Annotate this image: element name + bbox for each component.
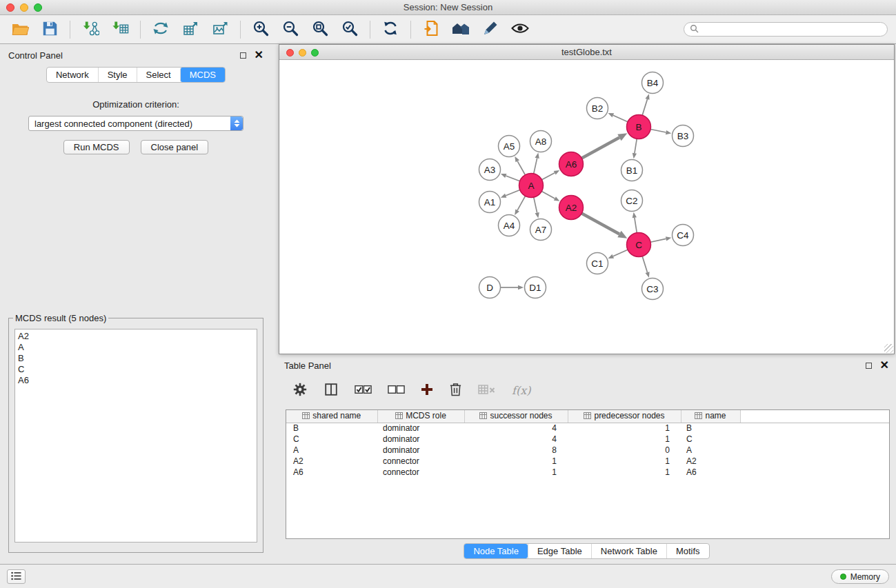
zoom-out-button[interactable] (279, 19, 302, 41)
graph-edge-a-a4[interactable] (517, 196, 525, 210)
export-image-button[interactable] (208, 19, 232, 41)
graph-edge-c-c2[interactable] (635, 218, 637, 233)
import-network-file-button[interactable] (79, 19, 102, 41)
table-tab-edge-table[interactable]: Edge Table (528, 544, 591, 558)
graph-node-b2[interactable]: B2 (587, 98, 608, 119)
network-canvas[interactable]: B4B2BB3A5A8A6B1A3AC2A1A2A4A7C4CC1C3DD1 (279, 60, 894, 354)
table-row[interactable]: Bdominator41B (286, 423, 889, 434)
table-settings-button[interactable] (292, 380, 308, 401)
graph-edge-c-c1[interactable] (613, 250, 628, 256)
graph-node-a4[interactable]: A4 (499, 215, 520, 236)
delete-table-button[interactable] (478, 380, 496, 401)
graph-edge-a-a8[interactable] (534, 158, 537, 173)
graph-node-c3[interactable]: C3 (642, 278, 664, 300)
function-builder-button[interactable]: f(x) (512, 380, 530, 401)
export-network-button[interactable] (149, 19, 172, 41)
table-row[interactable]: A6connector11A6 (286, 467, 889, 478)
apply-style-button[interactable] (479, 19, 502, 41)
graph-edge-a-a5[interactable] (517, 161, 525, 175)
table-tab-motifs[interactable]: Motifs (666, 544, 709, 558)
import-table-file-button[interactable] (108, 19, 132, 41)
graph-node-a5[interactable]: A5 (499, 136, 520, 157)
control-tab-select[interactable]: Select (137, 68, 180, 82)
column-type-icon (584, 412, 591, 421)
show-hide-graphics-button[interactable] (508, 19, 532, 41)
control-tab-network[interactable]: Network (47, 68, 98, 82)
float-table-panel-button[interactable] (866, 363, 872, 369)
graph-edge-a-a3[interactable] (506, 176, 519, 181)
column-header-shared-name[interactable]: shared name (286, 410, 377, 423)
resize-grip[interactable] (884, 344, 893, 353)
zoom-fit-button[interactable] (308, 19, 332, 41)
graph-edge-a-a2[interactable] (541, 191, 555, 199)
graph-edge-a-a7[interactable] (534, 197, 537, 212)
control-tab-mcds[interactable]: MCDS (180, 68, 225, 82)
graph-edge-b-b2[interactable] (613, 115, 628, 122)
graph-edge-a-a6[interactable] (541, 173, 555, 180)
mcds-result-item[interactable]: C (18, 364, 254, 375)
graph-edge-c-c3[interactable] (642, 256, 647, 272)
task-history-button[interactable] (7, 569, 26, 584)
graph-node-c4[interactable]: C4 (673, 225, 694, 246)
table-tab-network-table[interactable]: Network Table (591, 544, 666, 558)
graph-edge-a2-c[interactable] (581, 213, 619, 234)
delete-column-button[interactable] (449, 380, 462, 401)
zoom-selected-button[interactable] (338, 19, 361, 41)
graph-node-b4[interactable]: B4 (642, 72, 664, 94)
column-header-predecessor-nodes[interactable]: predecessor nodes (568, 410, 681, 423)
column-header-successor-nodes[interactable]: successor nodes (464, 410, 568, 423)
graph-edge-b-b4[interactable] (642, 99, 647, 115)
graph-node-d[interactable]: D (479, 277, 501, 298)
graph-edge-b-b1[interactable] (635, 139, 637, 153)
graph-node-b3[interactable]: B3 (673, 125, 694, 147)
graph-node-a1[interactable]: A1 (479, 192, 501, 213)
graph-node-c2[interactable]: C2 (621, 190, 643, 212)
graph-node-a2[interactable]: A2 (559, 196, 584, 220)
float-panel-button[interactable] (240, 52, 246, 59)
mcds-result-item[interactable]: A6 (18, 375, 254, 386)
table-row[interactable]: Adominator80A (286, 445, 889, 456)
show-columns-button[interactable] (323, 380, 339, 401)
graph-node-b1[interactable]: B1 (621, 160, 643, 181)
close-panel-button[interactable]: ✕ (255, 51, 263, 59)
graph-node-a3[interactable]: A3 (479, 159, 501, 181)
export-table-button[interactable] (179, 19, 202, 41)
mcds-result-item[interactable]: B (18, 353, 254, 364)
graph-node-c1[interactable]: C1 (587, 253, 608, 274)
graph-node-c[interactable]: C (627, 233, 651, 257)
control-tab-style[interactable]: Style (98, 68, 137, 82)
create-column-button[interactable] (421, 380, 433, 401)
graph-edge-c-c4[interactable] (650, 239, 666, 242)
graph-edge-a6-b[interactable] (581, 137, 619, 158)
mcds-result-item[interactable]: A2 (18, 331, 254, 342)
graph-edge-a-a1[interactable] (506, 190, 520, 195)
run-mcds-button[interactable]: Run MCDS (63, 140, 130, 154)
open-session-file-button[interactable] (419, 19, 443, 41)
graph-edge-b-b3[interactable] (650, 129, 666, 132)
zoom-in-button[interactable] (249, 19, 272, 41)
apply-layout-button[interactable] (379, 19, 402, 41)
select-all-columns-button[interactable] (355, 380, 372, 401)
table-row[interactable]: Cdominator41C (286, 434, 889, 445)
unselect-all-columns-button[interactable] (388, 380, 405, 401)
network-window-titlebar[interactable]: testGlobe.txt (279, 45, 894, 60)
memory-button[interactable]: Memory (831, 569, 889, 584)
graph-node-b[interactable]: B (627, 115, 651, 139)
column-header-mcds-role[interactable]: MCDS role (377, 410, 464, 423)
network-overview-button[interactable] (449, 19, 472, 41)
close-table-panel-button[interactable]: ✕ (880, 361, 889, 369)
column-header-name[interactable]: name (681, 410, 740, 423)
open-file-button[interactable] (8, 19, 32, 41)
search-input[interactable] (702, 25, 882, 34)
graph-node-a7[interactable]: A7 (530, 219, 552, 241)
close-panel-button-2[interactable]: Close panel (141, 140, 209, 154)
table-row[interactable]: A2connector11A2 (286, 456, 889, 467)
graph-node-a[interactable]: A (519, 174, 544, 198)
graph-node-a6[interactable]: A6 (559, 152, 584, 176)
graph-node-a8[interactable]: A8 (530, 131, 552, 152)
mcds-result-item[interactable]: A (18, 342, 254, 353)
optimization-criterion-select[interactable]: largest connected component (directed) (28, 116, 243, 131)
save-session-button[interactable] (38, 19, 61, 41)
graph-node-d1[interactable]: D1 (525, 277, 546, 298)
table-tab-node-table[interactable]: Node Table (464, 544, 528, 558)
